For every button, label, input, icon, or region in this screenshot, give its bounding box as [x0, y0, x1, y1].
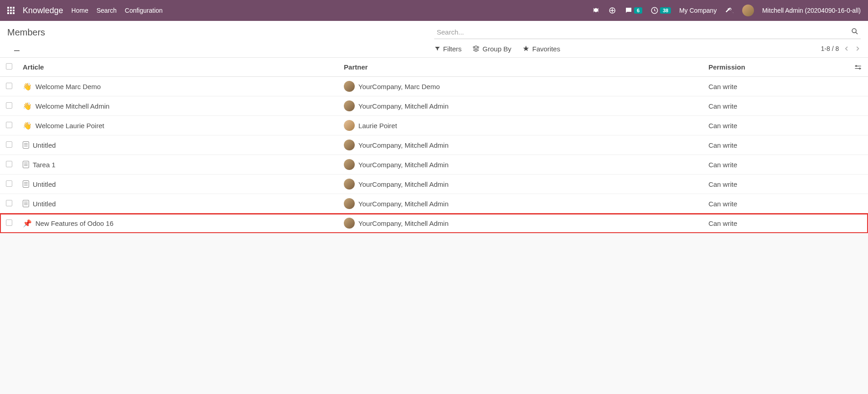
- svg-point-4: [859, 68, 861, 69]
- partner-cell[interactable]: YourCompany, Marc Demo: [339, 77, 704, 96]
- article-cell[interactable]: 👋Welcome Laurie Poiret: [18, 116, 339, 135]
- permission-value: Can write: [709, 200, 737, 208]
- partner-name: YourCompany, Marc Demo: [358, 83, 440, 90]
- messages-icon[interactable]: 6: [625, 6, 642, 15]
- row-checkbox[interactable]: [6, 180, 12, 187]
- row-checkbox[interactable]: [6, 122, 12, 128]
- row-checkbox[interactable]: [6, 200, 12, 206]
- permission-cell[interactable]: Can write: [704, 214, 850, 233]
- row-checkbox[interactable]: [6, 141, 12, 148]
- columns-settings-icon[interactable]: [854, 64, 862, 71]
- permission-value: Can write: [709, 122, 737, 130]
- user-avatar[interactable]: [742, 5, 754, 16]
- pin-icon: 📌: [23, 219, 32, 228]
- svg-point-3: [856, 65, 857, 67]
- article-cell[interactable]: 👋Welcome Mitchell Admin: [18, 96, 339, 116]
- partner-avatar: [344, 81, 355, 92]
- activities-badge: 38: [660, 7, 671, 14]
- permission-cell[interactable]: Can write: [704, 96, 850, 116]
- table-row[interactable]: 👋Welcome Mitchell AdminYourCompany, Mitc…: [0, 96, 868, 116]
- pager-prev[interactable]: [843, 45, 850, 52]
- nav-search[interactable]: Search: [96, 7, 116, 14]
- document-icon: [23, 161, 29, 168]
- table-row[interactable]: 👋Welcome Laurie PoiretLaurie PoiretCan w…: [0, 116, 868, 135]
- table-row[interactable]: 📌New Features of Odoo 16YourCompany, Mit…: [0, 214, 868, 233]
- permission-cell[interactable]: Can write: [704, 155, 850, 175]
- document-icon: [23, 200, 29, 207]
- brand-link[interactable]: Knowledge: [23, 6, 63, 15]
- article-title: Tarea 1: [33, 161, 55, 169]
- partner-avatar: [344, 179, 355, 190]
- header-permission[interactable]: Permission: [704, 58, 850, 77]
- row-checkbox[interactable]: [6, 161, 12, 167]
- groupby-label: Group By: [482, 45, 511, 53]
- article-title: Welcome Mitchell Admin: [35, 102, 109, 110]
- members-table: Article Partner Permission 👋Welcome Marc…: [0, 58, 868, 233]
- svg-point-2: [852, 29, 856, 33]
- company-selector[interactable]: My Company: [679, 7, 716, 14]
- search-input[interactable]: [434, 25, 861, 39]
- favorites-label: Favorites: [532, 45, 560, 53]
- select-all-checkbox[interactable]: [6, 63, 12, 70]
- partner-cell[interactable]: Laurie Poiret: [339, 116, 704, 135]
- row-trailing-cell: [850, 194, 868, 214]
- partner-name: YourCompany, Mitchell Admin: [358, 102, 448, 110]
- row-trailing-cell: [850, 175, 868, 194]
- table-header-row: Article Partner Permission: [0, 58, 868, 77]
- partner-cell[interactable]: YourCompany, Mitchell Admin: [339, 155, 704, 175]
- permission-value: Can write: [709, 219, 737, 227]
- article-cell[interactable]: Untitled: [18, 194, 339, 214]
- table-row[interactable]: UntitledYourCompany, Mitchell AdminCan w…: [0, 175, 868, 194]
- apps-icon[interactable]: [7, 7, 15, 14]
- pager-next[interactable]: [854, 45, 861, 52]
- table-row[interactable]: 👋Welcome Marc DemoYourCompany, Marc Demo…: [0, 77, 868, 96]
- partner-cell[interactable]: YourCompany, Mitchell Admin: [339, 96, 704, 116]
- row-trailing-cell: [850, 116, 868, 135]
- article-cell[interactable]: Untitled: [18, 175, 339, 194]
- groupby-button[interactable]: Group By: [472, 45, 511, 53]
- filters-button[interactable]: Filters: [434, 45, 462, 53]
- article-title: Welcome Marc Demo: [35, 83, 101, 90]
- row-checkbox[interactable]: [6, 219, 12, 226]
- partner-cell[interactable]: YourCompany, Mitchell Admin: [339, 135, 704, 155]
- header-article[interactable]: Article: [18, 58, 339, 77]
- nav-right: 6 38 My Company Mitchell Admin (20204090…: [592, 5, 861, 16]
- support-icon[interactable]: [608, 6, 616, 15]
- export-button[interactable]: [13, 45, 21, 53]
- search-icon[interactable]: [851, 27, 859, 35]
- nav-home[interactable]: Home: [71, 7, 88, 14]
- permission-cell[interactable]: Can write: [704, 135, 850, 155]
- partner-cell[interactable]: YourCompany, Mitchell Admin: [339, 175, 704, 194]
- nav-left: Knowledge Home Search Configuration: [7, 6, 163, 15]
- article-cell[interactable]: 👋Welcome Marc Demo: [18, 77, 339, 96]
- table-row[interactable]: UntitledYourCompany, Mitchell AdminCan w…: [0, 135, 868, 155]
- permission-cell[interactable]: Can write: [704, 194, 850, 214]
- article-cell[interactable]: 📌New Features of Odoo 16: [18, 214, 339, 233]
- favorites-button[interactable]: Favorites: [522, 45, 560, 53]
- header-partner[interactable]: Partner: [339, 58, 704, 77]
- table-row[interactable]: UntitledYourCompany, Mitchell AdminCan w…: [0, 194, 868, 214]
- partner-cell[interactable]: YourCompany, Mitchell Admin: [339, 194, 704, 214]
- row-checkbox[interactable]: [6, 102, 12, 109]
- activities-icon[interactable]: 38: [650, 6, 671, 15]
- nav-configuration[interactable]: Configuration: [125, 7, 163, 14]
- row-checkbox-cell: [0, 194, 18, 214]
- pager-text[interactable]: 1-8 / 8: [821, 45, 839, 52]
- permission-cell[interactable]: Can write: [704, 116, 850, 135]
- permission-cell[interactable]: Can write: [704, 77, 850, 96]
- row-trailing-cell: [850, 155, 868, 175]
- row-checkbox[interactable]: [6, 83, 12, 89]
- article-cell[interactable]: Tarea 1: [18, 155, 339, 175]
- table-row[interactable]: Tarea 1YourCompany, Mitchell AdminCan wr…: [0, 155, 868, 175]
- bug-icon[interactable]: [592, 6, 600, 15]
- permission-cell[interactable]: Can write: [704, 175, 850, 194]
- filters-label: Filters: [443, 45, 462, 53]
- user-name[interactable]: Mitchell Admin (20204090-16-0-all): [762, 7, 861, 14]
- wave-icon: 👋: [23, 102, 32, 110]
- permission-value: Can write: [709, 102, 737, 110]
- article-title: Welcome Laurie Poiret: [35, 122, 104, 130]
- article-cell[interactable]: Untitled: [18, 135, 339, 155]
- document-icon: [23, 180, 29, 188]
- partner-cell[interactable]: YourCompany, Mitchell Admin: [339, 214, 704, 233]
- tools-icon[interactable]: [725, 6, 734, 15]
